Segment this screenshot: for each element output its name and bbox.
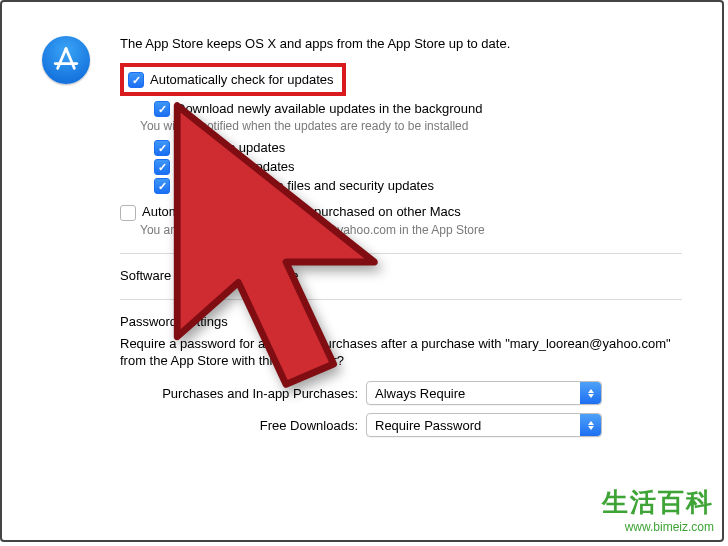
highlight-auto-check: Automatically check for updates — [120, 63, 346, 96]
watermark-url: www.bimeiz.com — [602, 520, 714, 534]
checkbox-install-sysdata[interactable] — [154, 178, 170, 194]
purchases-select[interactable]: Always Require — [366, 381, 602, 405]
svg-line-0 — [58, 49, 66, 69]
updates-available-text: Software updates are available — [120, 268, 299, 283]
checkbox-auto-check[interactable] — [128, 72, 144, 88]
free-downloads-select[interactable]: Require Password — [366, 413, 602, 437]
watermark-title: 生活百科 — [602, 485, 714, 520]
password-settings-title: Password Settings — [120, 314, 682, 329]
purchases-label: Purchases and In-app Purchases: — [120, 386, 366, 401]
free-downloads-select-value: Require Password — [375, 418, 481, 433]
purchases-select-value: Always Require — [375, 386, 465, 401]
checkbox-install-osx[interactable] — [154, 159, 170, 175]
intro-text: The App Store keeps OS X and apps from t… — [120, 36, 682, 51]
label-auto-download-other: Automatically download apps purchased on… — [142, 204, 461, 219]
checkbox-install-app[interactable] — [154, 140, 170, 156]
label-install-osx: Install OS X updates — [176, 158, 295, 175]
label-install-sysdata: Install system data files and security u… — [176, 177, 434, 194]
checkbox-download-bg[interactable] — [154, 101, 170, 117]
label-download-bg: Download newly available updates in the … — [176, 100, 482, 117]
checkbox-auto-download-other[interactable] — [120, 205, 136, 221]
select-stepper-icon — [580, 414, 601, 436]
label-auto-check: Automatically check for updates — [150, 72, 334, 87]
app-store-glyph-icon — [51, 45, 81, 75]
divider-2 — [120, 299, 682, 300]
label-install-app: Install app updates — [176, 139, 285, 156]
subtext-download-bg: You will be notified when the updates ar… — [140, 119, 682, 133]
divider-1 — [120, 253, 682, 254]
password-settings-desc: Require a password for additional purcha… — [120, 335, 682, 369]
watermark: 生活百科 www.bimeiz.com — [602, 485, 714, 534]
free-downloads-label: Free Downloads: — [120, 418, 366, 433]
app-store-icon — [42, 36, 90, 84]
subtext-auto-download-other: You are signed in as mary_loorean@yahoo.… — [140, 223, 682, 237]
app-store-preferences-pane: The App Store keeps OS X and apps from t… — [0, 0, 724, 542]
select-stepper-icon — [580, 382, 601, 404]
svg-line-1 — [66, 49, 74, 69]
